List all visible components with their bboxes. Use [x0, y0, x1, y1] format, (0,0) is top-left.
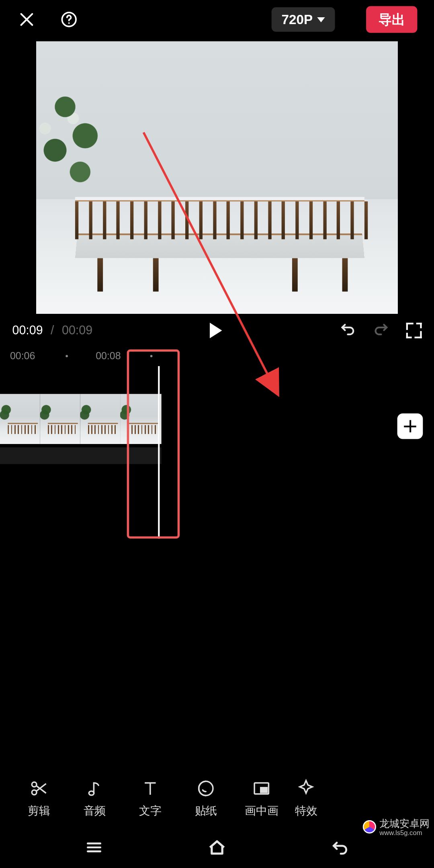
transport-bar: 00:09 / 00:09 [0, 314, 434, 347]
watermark-brand: 龙城安卓网 [379, 818, 430, 829]
fullscreen-icon[interactable] [406, 323, 422, 338]
tool-text[interactable]: 文字 [123, 779, 178, 818]
tool-cut[interactable]: 剪辑 [11, 779, 67, 818]
music-note-icon [85, 779, 104, 798]
ruler-tick: 00:08 [96, 350, 121, 362]
top-bar: 720P 导出 [0, 0, 434, 39]
resolution-label: 720P [282, 12, 313, 27]
tool-label: 音频 [84, 803, 106, 818]
video-track[interactable] [0, 394, 434, 444]
time-separator: / [49, 323, 57, 338]
ruler-dot [150, 355, 153, 357]
text-icon [141, 779, 160, 798]
audio-track[interactable] [0, 447, 162, 464]
preview-area [0, 39, 434, 314]
tool-fx[interactable]: 特效 [289, 779, 323, 818]
sticker-icon [197, 779, 215, 798]
video-editor-screen: 720P 导出 00:09 / 00:09 [0, 0, 434, 868]
tool-label: 剪辑 [28, 803, 50, 818]
tool-label: 文字 [139, 803, 161, 818]
watermark-logo-icon [363, 820, 376, 833]
add-clip-button[interactable] [397, 414, 423, 439]
scissors-icon [29, 779, 48, 798]
tool-pip[interactable]: 画中画 [234, 779, 289, 818]
pip-icon [252, 779, 271, 798]
video-clip[interactable] [0, 394, 162, 444]
tool-audio[interactable]: 音频 [67, 779, 122, 818]
ruler-dot [66, 355, 68, 357]
chevron-down-icon [317, 17, 325, 22]
play-icon[interactable] [210, 323, 222, 338]
video-preview[interactable] [36, 41, 398, 313]
time-ruler: 00:06 00:08 [0, 350, 434, 365]
watermark-url: www.ls5g.com [379, 829, 430, 837]
undo-icon[interactable] [340, 320, 356, 341]
current-time: 00:09 [12, 323, 43, 338]
ruler-tick: 00:06 [10, 350, 35, 362]
menu-icon[interactable] [85, 838, 104, 859]
total-time: 00:09 [62, 323, 92, 338]
resolution-button[interactable]: 720P [272, 7, 335, 32]
tool-sticker[interactable]: 贴纸 [178, 779, 233, 818]
sparkle-icon [297, 779, 315, 798]
back-icon[interactable] [330, 838, 349, 859]
timeline[interactable]: 00:06 00:08 [0, 350, 434, 545]
redo-icon [373, 320, 390, 341]
svg-point-3 [68, 23, 70, 24]
tool-label: 贴纸 [195, 803, 217, 818]
tool-label: 画中画 [245, 803, 278, 818]
export-button[interactable]: 导出 [366, 6, 417, 33]
watermark: 龙城安卓网 www.ls5g.com [363, 817, 430, 837]
home-icon[interactable] [207, 837, 228, 860]
help-icon[interactable] [59, 10, 79, 30]
close-icon[interactable] [17, 10, 37, 30]
export-label: 导出 [379, 12, 405, 27]
tool-label: 特效 [295, 803, 317, 818]
svg-rect-13 [261, 787, 267, 792]
playhead[interactable] [158, 366, 160, 538]
